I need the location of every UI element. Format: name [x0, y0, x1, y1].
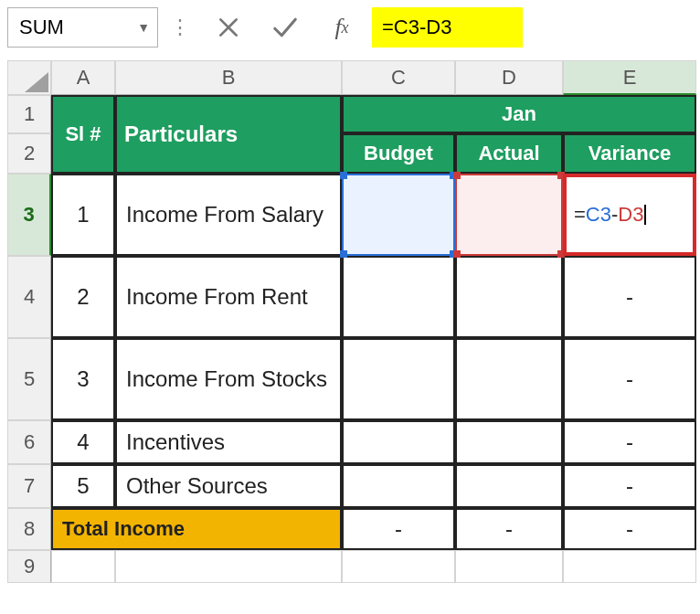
- cell-E8[interactable]: -: [563, 508, 696, 550]
- col-header-D[interactable]: D: [455, 60, 563, 95]
- row-header-5[interactable]: 5: [7, 338, 51, 420]
- cell-C6[interactable]: [342, 420, 455, 464]
- row-header-8[interactable]: 8: [7, 508, 51, 550]
- selection-handle-icon: [453, 250, 461, 258]
- cell-D4[interactable]: [455, 256, 563, 338]
- formula-bar: SUM ▼ ⋮ fx =C3-D3: [7, 7, 693, 48]
- col-header-E[interactable]: E: [563, 60, 696, 95]
- cell-E3-ref2: D3: [618, 203, 643, 226]
- name-box[interactable]: SUM ▼: [7, 7, 158, 48]
- row-header-4[interactable]: 4: [7, 256, 51, 338]
- cell-B7[interactable]: Other Sources: [115, 464, 342, 508]
- row-header-9[interactable]: 9: [7, 550, 51, 583]
- header-particulars[interactable]: Particulars: [115, 95, 342, 174]
- cell-D7[interactable]: [455, 464, 563, 508]
- cell-E6[interactable]: -: [563, 420, 696, 464]
- cell-C5[interactable]: [342, 338, 455, 420]
- header-variance[interactable]: Variance: [563, 133, 696, 174]
- cell-D3[interactable]: [455, 174, 563, 256]
- text-cursor-icon: [644, 205, 646, 225]
- selection-handle-icon: [340, 250, 347, 258]
- row-header-2[interactable]: 2: [7, 133, 51, 174]
- cell-E9[interactable]: [563, 550, 696, 583]
- cell-E3-ref1: C3: [586, 203, 611, 226]
- cell-D5[interactable]: [455, 338, 563, 420]
- header-month[interactable]: Jan: [342, 95, 696, 133]
- cell-D9[interactable]: [455, 550, 563, 583]
- name-box-value: SUM: [19, 16, 64, 39]
- cancel-formula-button[interactable]: [202, 7, 255, 48]
- insert-function-button[interactable]: fx: [315, 7, 368, 48]
- formula-bar-separator: ⋮: [162, 16, 198, 39]
- cell-C9[interactable]: [342, 550, 455, 583]
- header-actual[interactable]: Actual: [455, 133, 563, 174]
- cell-E5[interactable]: -: [563, 338, 696, 420]
- cell-C7[interactable]: [342, 464, 455, 508]
- cell-A3[interactable]: 1: [51, 174, 115, 256]
- cell-A5[interactable]: 3: [51, 338, 115, 420]
- cell-E3[interactable]: =C3-D3: [563, 174, 696, 256]
- cell-A4[interactable]: 2: [51, 256, 115, 338]
- col-header-B[interactable]: B: [115, 60, 342, 95]
- row-header-7[interactable]: 7: [7, 464, 51, 508]
- spreadsheet-grid: A B C D E 1 Sl # Particulars Jan 2 Budge…: [7, 60, 693, 583]
- row-header-1[interactable]: 1: [7, 95, 51, 133]
- select-all-cell[interactable]: [7, 60, 51, 95]
- cell-C8[interactable]: -: [342, 508, 455, 550]
- cell-E3-op: -: [611, 203, 618, 226]
- cell-E4[interactable]: -: [563, 256, 696, 338]
- formula-bar-input[interactable]: =C3-D3: [372, 7, 523, 48]
- cell-B5[interactable]: Income From Stocks: [115, 338, 342, 420]
- row-header-3[interactable]: 3: [7, 174, 51, 256]
- cell-E3-eq: =: [574, 203, 586, 226]
- cell-C3[interactable]: [342, 174, 455, 256]
- check-icon: [271, 14, 299, 41]
- formula-op: -: [419, 16, 426, 39]
- cell-B4[interactable]: Income From Rent: [115, 256, 342, 338]
- selection-handle-icon: [453, 172, 461, 179]
- cell-D6[interactable]: [455, 420, 563, 464]
- cell-B6[interactable]: Incentives: [115, 420, 342, 464]
- cell-E7[interactable]: -: [563, 464, 696, 508]
- formula-ref1: C3: [394, 16, 419, 39]
- name-box-dropdown-icon[interactable]: ▼: [137, 20, 150, 35]
- cell-C4[interactable]: [342, 256, 455, 338]
- cell-A6[interactable]: 4: [51, 420, 115, 464]
- enter-formula-button[interactable]: [259, 7, 312, 48]
- selection-handle-icon: [340, 172, 347, 179]
- formula-ref2: D3: [426, 16, 451, 39]
- cell-A7[interactable]: 5: [51, 464, 115, 508]
- col-header-C[interactable]: C: [342, 60, 455, 95]
- header-sl[interactable]: Sl #: [51, 95, 115, 174]
- close-icon: [217, 16, 240, 39]
- formula-prefix: =: [382, 16, 394, 39]
- col-header-A[interactable]: A: [51, 60, 115, 95]
- cell-B3[interactable]: Income From Salary: [115, 174, 342, 256]
- cell-B9[interactable]: [115, 550, 342, 583]
- header-budget[interactable]: Budget: [342, 133, 455, 174]
- cell-A9[interactable]: [51, 550, 115, 583]
- row-header-6[interactable]: 6: [7, 420, 51, 464]
- cell-total-label[interactable]: Total Income: [51, 508, 342, 550]
- cell-D8[interactable]: -: [455, 508, 563, 550]
